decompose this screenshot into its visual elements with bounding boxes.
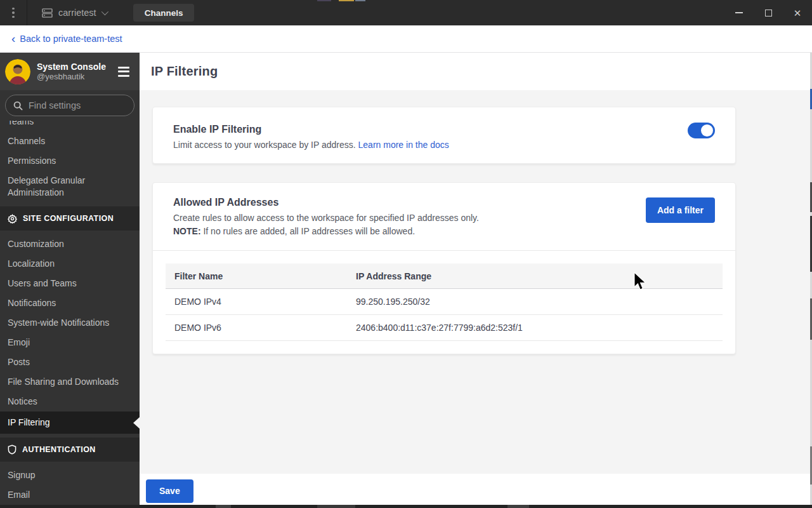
toggle-knob — [701, 124, 713, 137]
server-icon — [41, 7, 53, 19]
note-label: NOTE: — [173, 226, 201, 236]
sidebar-item-localization[interactable]: Localization — [0, 254, 140, 274]
column-header-filter-name: Filter Name — [166, 271, 356, 281]
ip-range-cell: 99.250.195.250/32 — [356, 297, 723, 307]
sidebar-item-system-wide-notifications[interactable]: System-wide Notifications — [0, 313, 140, 333]
enable-ip-filtering-card: Enable IP Filtering Limit access to your… — [152, 107, 736, 164]
sidebar-item-file-sharing-and-downloads[interactable]: File Sharing and Downloads — [0, 372, 140, 392]
back-to-team-link[interactable]: ‹ Back to private-team-test — [11, 34, 122, 44]
sidebar-nav: Teams Channels Permissions Delegated Gra… — [0, 112, 140, 508]
section-label: AUTHENTICATION — [22, 445, 96, 454]
selected-item-arrow — [133, 417, 140, 429]
sidebar-item-emoji[interactable]: Emoji — [0, 333, 140, 352]
close-icon: ✕ — [794, 8, 802, 18]
table-row[interactable]: DEMO IPv6 2406:b400:d11:c37e:27f:7799:a6… — [166, 315, 723, 341]
window-titlebar: carrietest Channels ✕ — [0, 0, 812, 25]
search-input[interactable] — [29, 100, 126, 110]
main-panel: IP Filtering Enable IP Filtering Limit a… — [140, 53, 812, 508]
back-link-label: Back to private-team-test — [20, 34, 122, 44]
note-text: If no rules are added, all IP addresses … — [201, 226, 416, 236]
sidebar-item-notifications[interactable]: Notifications — [0, 293, 140, 313]
ip-range-cell: 2406:b400:d11:c37e:27f:7799:a6d2:523f/1 — [356, 323, 723, 333]
chevron-down-icon — [101, 8, 108, 15]
menu-icon[interactable] — [114, 63, 133, 81]
page-content: Enable IP Filtering Limit access to your… — [140, 90, 812, 474]
add-filter-button[interactable]: Add a filter — [646, 197, 715, 223]
sidebar-item-permissions[interactable]: Permissions — [0, 151, 140, 171]
sidebar-item-ip-filtering[interactable]: IP Filtering — [0, 411, 140, 434]
maximize-icon — [765, 10, 772, 17]
background-tab-sliver — [355, 0, 365, 1]
sidebar-item-posts[interactable]: Posts — [0, 352, 140, 372]
sidebar-item-label: IP Filtering — [8, 417, 50, 427]
page-header: IP Filtering — [140, 53, 812, 90]
sidebar-item-email[interactable]: Email — [0, 485, 140, 505]
search-icon — [13, 101, 23, 110]
sidebar-item-signup[interactable]: Signup — [0, 465, 140, 485]
filter-name-cell: DEMO IPv4 — [166, 297, 356, 307]
system-console-sidebar: System Console @yesbhautik Teams Channel… — [0, 53, 140, 508]
app-window: carrietest Channels ✕ ‹ Back to private-… — [0, 0, 812, 508]
console-title: System Console — [37, 62, 106, 72]
enable-ip-filtering-toggle[interactable] — [688, 123, 715, 138]
sidebar-section-authentication[interactable]: AUTHENTICATION — [0, 438, 140, 462]
save-button[interactable]: Save — [146, 479, 193, 503]
maximize-button[interactable] — [754, 0, 783, 25]
minimize-icon — [735, 12, 743, 13]
table-header-row: Filter Name IP Address Range — [166, 264, 723, 289]
sidebar-item-customization[interactable]: Customization — [0, 234, 140, 254]
save-bar: Save — [140, 474, 812, 508]
workspace-name: carrietest — [58, 8, 96, 18]
allowed-ip-addresses-card: Allowed IP Addresses Create rules to all… — [152, 182, 736, 354]
workspace-switcher[interactable]: carrietest — [27, 0, 117, 25]
filter-name-cell: DEMO IPv6 — [166, 323, 356, 333]
back-navigation-bar: ‹ Back to private-team-test — [0, 25, 812, 53]
background-tab-sliver — [339, 0, 354, 1]
sidebar-item-users-and-teams[interactable]: Users and Teams — [0, 274, 140, 293]
sidebar-item-delegated-granular-administration[interactable]: Delegated Granular Administration — [0, 171, 140, 203]
app-menu-kebab-icon[interactable] — [0, 0, 27, 25]
sidebar-header: System Console @yesbhautik — [0, 53, 140, 90]
ip-filters-table: Filter Name IP Address Range DEMO IPv4 9… — [166, 264, 723, 341]
allowed-card-description: Create rules to allow access to the work… — [173, 213, 715, 223]
enable-card-title: Enable IP Filtering — [173, 124, 715, 135]
gear-icon — [8, 214, 17, 224]
avatar[interactable] — [5, 59, 30, 84]
tab-channels[interactable]: Channels — [133, 4, 195, 22]
enable-card-description: Limit access to your workspace by IP add… — [173, 140, 356, 150]
close-button[interactable]: ✕ — [783, 0, 812, 25]
background-tab-sliver — [317, 0, 331, 1]
allowed-card-header: Allowed IP Addresses Create rules to all… — [153, 183, 735, 251]
allowed-card-title: Allowed IP Addresses — [173, 197, 715, 208]
console-username: @yesbhautik — [37, 72, 106, 81]
learn-more-link[interactable]: Learn more in the docs — [358, 140, 449, 150]
sidebar-item-channels[interactable]: Channels — [0, 131, 140, 151]
sidebar-item-password[interactable]: Password — [0, 505, 140, 508]
chevron-left-icon: ‹ — [11, 32, 15, 44]
section-label: SITE CONFIGURATION — [23, 214, 114, 223]
shield-icon — [8, 444, 16, 455]
column-header-ip-address-range: IP Address Range — [356, 271, 723, 281]
table-row[interactable]: DEMO IPv4 99.250.195.250/32 — [166, 289, 723, 315]
page-title: IP Filtering — [151, 64, 218, 79]
sidebar-search — [0, 90, 140, 121]
minimize-button[interactable] — [724, 0, 754, 25]
sidebar-section-site-configuration[interactable]: SITE CONFIGURATION — [0, 206, 140, 231]
sidebar-item-notices[interactable]: Notices — [0, 392, 140, 411]
